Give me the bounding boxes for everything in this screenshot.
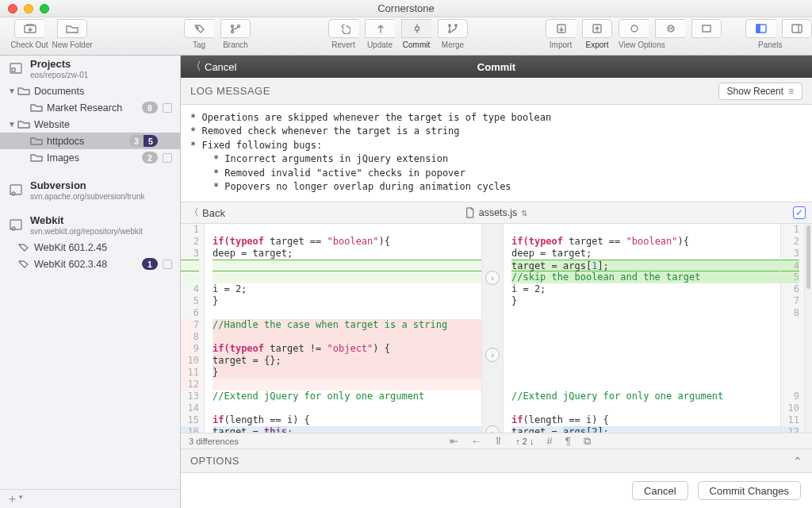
panel-title: Commit (477, 61, 515, 73)
newfolder-icon (65, 23, 79, 34)
item-checkbox[interactable] (163, 137, 172, 146)
sidebar-add-button[interactable]: ＋▾ (0, 489, 180, 508)
content: 〈Cancel Commit LOG MESSAGE Show Recent≡ … (181, 56, 812, 508)
tag-icon (17, 259, 30, 268)
window-minimize-button[interactable] (24, 4, 33, 13)
file-icon (465, 207, 475, 218)
window-zoom-button[interactable] (40, 4, 49, 13)
sidebar-subversion-name: Subversion (30, 180, 145, 192)
section-options-header[interactable]: OPTIONS ⌃ (181, 449, 812, 473)
svg-rect-18 (12, 68, 15, 71)
nav-split-icon[interactable]: ⥣ (494, 435, 503, 447)
viewopt-2-button[interactable]: View Options (652, 19, 688, 54)
branch-button[interactable]: Branch (217, 19, 254, 54)
svg-rect-16 (792, 25, 802, 33)
panel-right-button[interactable]: Panels (779, 19, 812, 54)
checkout-icon (23, 23, 37, 34)
export-icon (591, 23, 603, 34)
sidebar-item-label: Market Research (47, 102, 122, 114)
sidebar-item-website[interactable]: ▼ Website (0, 116, 180, 133)
sidebar-subversion-head[interactable]: Subversion svn.apache.org/subversion/tru… (0, 177, 180, 204)
commit-icon (411, 23, 423, 34)
repo-icon (9, 183, 25, 198)
tag-button[interactable]: Tag (181, 19, 217, 54)
revert-button[interactable]: Revert (325, 19, 362, 54)
viewopt-3-button[interactable] (688, 19, 725, 54)
window-close-button[interactable] (8, 4, 17, 13)
sidebar: Projects eos/repos/zw-01 ▼ Documents Mar… (0, 56, 181, 508)
item-checkbox[interactable] (163, 153, 172, 163)
update-button[interactable]: Update (362, 19, 398, 54)
commit-changes-button[interactable]: Commit Changes (698, 481, 801, 500)
new-folder-button[interactable]: New Folder (51, 19, 94, 54)
sidebar-webkit-head[interactable]: Webkit svn.webkit.org/repository/webkit (0, 212, 180, 239)
tag-icon (17, 242, 30, 252)
nav-first-icon[interactable]: ⇤ (450, 435, 458, 447)
diff-count-label: 3 differences (189, 437, 239, 446)
item-checkbox[interactable] (163, 260, 172, 269)
svg-point-1 (197, 27, 198, 29)
sidebar-projects-name: Projects (30, 59, 88, 71)
diff-left-pane[interactable]: if(typeof target == "boolean"){ deep = t… (205, 224, 481, 433)
layout-icon (665, 24, 676, 33)
count-badge: 2 (142, 152, 158, 164)
sidebar-item-webkit-a[interactable]: WebKit 601.2.45 (0, 239, 180, 256)
merge-button[interactable]: Merge (435, 19, 471, 54)
sidebar-item-documents[interactable]: ▼ Documents (0, 83, 180, 99)
show-recent-button[interactable]: Show Recent≡ (718, 83, 802, 100)
sidebar-item-label: Images (47, 152, 79, 164)
svg-point-4 (238, 25, 240, 27)
diff-hunk-handle[interactable]: › (485, 271, 500, 285)
sidebar-item-httpdocs[interactable]: httpdocs 35 (0, 133, 180, 149)
diff-back-button[interactable]: 〈Back (189, 206, 225, 220)
sidebar-item-webkit-b[interactable]: WebKit 602.3.48 1 (0, 256, 180, 272)
log-message-textarea[interactable]: * Operations are skipped whenever the ta… (181, 105, 812, 202)
chevron-left-icon: 〈 (190, 60, 201, 74)
diff-hunk-handle[interactable]: › (485, 348, 500, 362)
include-file-checkbox[interactable]: ✓ (793, 206, 806, 219)
diff-right-pane[interactable]: if(typeof target == "boolean"){ deep = t… (504, 224, 780, 433)
repo-icon (9, 62, 25, 76)
panel-right-icon (791, 24, 802, 33)
sidebar-projects-sub: eos/repos/zw-01 (30, 71, 88, 80)
pilcrow-icon[interactable]: ¶ (565, 435, 571, 447)
cancel-button[interactable]: Cancel (632, 481, 688, 500)
nav-prev-icon[interactable]: ← (471, 435, 481, 447)
sidebar-webkit-name: Webkit (30, 215, 143, 227)
svg-point-22 (12, 227, 15, 230)
import-button[interactable]: Import (542, 19, 579, 54)
revert-icon (338, 23, 350, 34)
hash-icon[interactable]: # (546, 435, 552, 447)
menu-icon: ≡ (788, 86, 794, 97)
import-icon (555, 23, 568, 34)
diff-scrollbar[interactable] (804, 224, 812, 433)
panel-header: 〈Cancel Commit (181, 56, 812, 78)
diff-status-bar: 3 differences ⇤ ← ⥣ ↑ 2 ↓ # ¶ ⧉ (181, 433, 812, 449)
file-picker[interactable]: assets.js ⇅ (465, 207, 528, 218)
panel-left-icon (756, 24, 767, 33)
sidebar-item-marketresearch[interactable]: Market Research 8 (0, 99, 180, 116)
svg-rect-9 (557, 25, 565, 33)
svg-rect-0 (25, 25, 36, 33)
file-bar: 〈Back assets.js ⇅ ✓ (181, 202, 812, 224)
svg-rect-17 (10, 64, 21, 73)
sidebar-item-images[interactable]: Images 2 (0, 149, 180, 166)
diff-hunk-handle[interactable]: › (485, 425, 500, 433)
panel-cancel-button[interactable]: 〈Cancel (190, 60, 236, 74)
item-checkbox[interactable] (163, 103, 172, 113)
export-button[interactable]: Export (579, 19, 615, 54)
wrap-icon[interactable]: ⧉ (584, 435, 591, 448)
sidebar-projects-head[interactable]: Projects eos/repos/zw-01 (0, 56, 180, 83)
gutter-right: 123 45 678 91011 1213 14 (780, 224, 804, 433)
branch-icon (229, 23, 242, 34)
stepper-icon: ⇅ (521, 209, 527, 217)
update-icon (374, 23, 387, 34)
svg-point-3 (232, 30, 234, 33)
titlebar: Cornerstone (0, 0, 812, 17)
checkout-button[interactable]: Check Out (8, 19, 51, 54)
sidebar-item-label: Website (34, 119, 70, 130)
gutter-left: 123 456 789101112 131415 1617 18 (181, 224, 205, 433)
commit-button[interactable]: Commit (398, 19, 435, 54)
svg-rect-21 (10, 220, 21, 229)
sidebar-item-label: httpdocs (47, 136, 84, 147)
